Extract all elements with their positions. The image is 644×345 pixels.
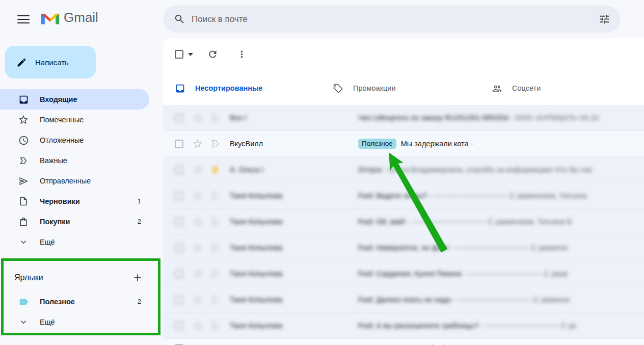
- email-row[interactable]: А. Ольга ІОтпуск - Ольга Владимировна, с…: [163, 157, 644, 183]
- email-snippet: - ООО «КУПИШУЗ» 04.10: [508, 114, 599, 122]
- email-row[interactable]: Таня КопыловаFwd: А вы раскошелите грибн…: [163, 313, 644, 339]
- shopping-bag-icon: [17, 217, 30, 227]
- email-row[interactable]: Таня КопыловаFwd: Сардиния, Кухня Пекина…: [163, 261, 644, 287]
- sidebar-item-label: Ещё: [40, 318, 55, 326]
- email-list: Вох ІЧек LMexpress по заказу RU251001-6R…: [163, 105, 644, 345]
- email-row-content: Таня КопыловаFwd: Сардиния, Кухня Пекина…: [163, 261, 644, 286]
- sidebar-item-drafts[interactable]: Черновики 1: [0, 191, 149, 211]
- sidebar-item-label: Отправленные: [40, 177, 91, 185]
- important-icon[interactable]: [209, 268, 222, 280]
- sidebar-item-label: Полезное: [40, 298, 75, 306]
- refresh-button[interactable]: [202, 44, 223, 64]
- email-subject: Чек LMexpress по заказу RU251001-6R0254 …: [358, 114, 644, 122]
- email-snippet: - ------------------------------ С ув: [478, 322, 576, 330]
- sidebar-item-sent[interactable]: Отправленные: [0, 171, 149, 191]
- star-icon[interactable]: [192, 242, 203, 253]
- sidebar-item-starred[interactable]: Помеченные: [0, 110, 149, 130]
- star-icon[interactable]: [192, 138, 203, 149]
- sidebar-item-count: 2: [138, 218, 141, 225]
- search-icon[interactable]: [168, 8, 191, 31]
- more-options-button[interactable]: [231, 44, 252, 64]
- email-row[interactable]: Таня КопыловаFwd: Апрельский гриб обычны…: [163, 339, 644, 345]
- email-row-content: Таня КопыловаFwd: Апрельский гриб обычны…: [163, 339, 644, 345]
- email-checkbox[interactable]: [175, 166, 183, 174]
- hamburger-menu-icon[interactable]: [13, 11, 34, 28]
- email-subject: Fwd: Ой, май! - ------------------------…: [358, 218, 644, 226]
- email-row[interactable]: Таня КопыловаFwd: Невероятно, но факт - …: [163, 235, 644, 261]
- star-icon[interactable]: [192, 112, 203, 123]
- star-icon[interactable]: [192, 164, 203, 175]
- sidebar-item-purchases[interactable]: Покупки 2: [0, 211, 149, 232]
- important-icon[interactable]: [209, 190, 222, 202]
- important-icon[interactable]: [209, 242, 222, 254]
- email-subject-text: Чек LMexpress по заказу RU251001-6R0254: [358, 114, 508, 122]
- plus-icon: [132, 272, 143, 283]
- search-input[interactable]: [191, 14, 593, 25]
- sidebar-item-inbox[interactable]: Входящие: [0, 89, 149, 110]
- email-row-content: Таня КопыловаFwd: А вы раскошелите грибн…: [163, 313, 644, 338]
- star-icon[interactable]: [192, 320, 203, 331]
- search-bar[interactable]: [163, 6, 621, 33]
- tab-social[interactable]: Соцсети: [492, 74, 541, 102]
- send-icon: [17, 176, 30, 187]
- sidebar-item-more[interactable]: Ещё: [0, 232, 149, 252]
- email-row-content: Таня КопыловаFwd: Ой, май! - -----------…: [163, 209, 644, 234]
- email-checkbox[interactable]: [175, 296, 183, 304]
- email-sender: Таня Копылова: [230, 218, 358, 226]
- sidebar-item-label: Помеченные: [40, 116, 84, 124]
- tab-primary[interactable]: Несортированные: [175, 74, 314, 102]
- star-icon[interactable]: [192, 216, 203, 227]
- add-label-button[interactable]: [129, 270, 146, 286]
- tab-promotions[interactable]: Промоакции: [333, 74, 396, 102]
- important-icon[interactable]: [209, 112, 222, 124]
- email-subject-text: Мы задержали кота -: [401, 140, 473, 148]
- email-row[interactable]: Таня КопыловаFwd: Видите ли вы? - ------…: [163, 183, 644, 209]
- email-sender: Таня Копылова: [230, 296, 358, 304]
- email-subject-text: Fwd: Видите ли вы?: [358, 192, 427, 200]
- important-icon[interactable]: [209, 216, 222, 228]
- gmail-window: Gmail Написать Входящие Помеченные Отлож…: [0, 0, 644, 345]
- sidebar-item-label: Входящие: [40, 95, 77, 103]
- email-sender: Вох І: [230, 114, 358, 122]
- list-toolbar: [163, 38, 644, 74]
- star-icon[interactable]: [192, 190, 203, 201]
- email-checkbox[interactable]: [175, 192, 183, 200]
- email-checkbox[interactable]: [175, 140, 183, 148]
- email-checkbox[interactable]: [175, 322, 183, 330]
- email-row[interactable]: Таня КопыловаFwd: Ой, май! - -----------…: [163, 209, 644, 235]
- email-checkbox[interactable]: [175, 218, 183, 226]
- important-icon[interactable]: [209, 320, 222, 332]
- email-sender: ВкусВилл: [230, 140, 358, 148]
- select-dropdown-icon[interactable]: [188, 53, 193, 56]
- label-chip[interactable]: Полезное: [358, 139, 396, 149]
- email-row[interactable]: Таня КопыловаFwd: Далеко ехать не надо -…: [163, 287, 644, 313]
- select-all-checkbox[interactable]: [175, 50, 183, 59]
- email-subject: Отпуск - Ольга Владимировна, спасибо за …: [358, 166, 644, 174]
- email-row-content: ВкусВиллПолезноеМы задержали кота -: [163, 131, 644, 156]
- email-checkbox[interactable]: [175, 244, 183, 252]
- sidebar-item-snoozed[interactable]: Отложенные: [0, 130, 149, 150]
- search-options-icon[interactable]: [593, 8, 615, 31]
- email-row[interactable]: ВкусВиллПолезноеМы задержали кота -: [163, 131, 644, 157]
- important-icon[interactable]: [209, 294, 222, 306]
- important-icon[interactable]: [209, 138, 222, 150]
- star-icon[interactable]: [192, 294, 203, 305]
- sidebar-label-poleznoe[interactable]: Полезное 2: [0, 291, 149, 312]
- sidebar-labels-more[interactable]: Ещё: [0, 312, 149, 332]
- chevron-down-icon: [17, 317, 30, 327]
- gmail-m-icon: [41, 11, 60, 25]
- email-subject-text: Отпуск: [358, 166, 382, 174]
- labels-section-header: Ярлыки: [0, 268, 153, 288]
- inbox-tabs: Несортированные Промоакции Соцсети: [163, 74, 644, 104]
- email-checkbox[interactable]: [175, 270, 183, 278]
- sidebar-item-label: Черновики: [40, 197, 80, 205]
- sidebar-item-important[interactable]: Важные: [0, 150, 149, 171]
- sidebar-item-label: Важные: [40, 156, 67, 165]
- compose-button[interactable]: Написать: [5, 46, 96, 78]
- email-row[interactable]: Вох ІЧек LMexpress по заказу RU251001-6R…: [163, 105, 644, 131]
- email-checkbox[interactable]: [175, 114, 183, 122]
- star-icon[interactable]: [192, 268, 203, 279]
- gmail-wordmark: Gmail: [64, 10, 98, 25]
- email-sender: Таня Копылова: [230, 244, 358, 252]
- important-icon[interactable]: [209, 164, 222, 176]
